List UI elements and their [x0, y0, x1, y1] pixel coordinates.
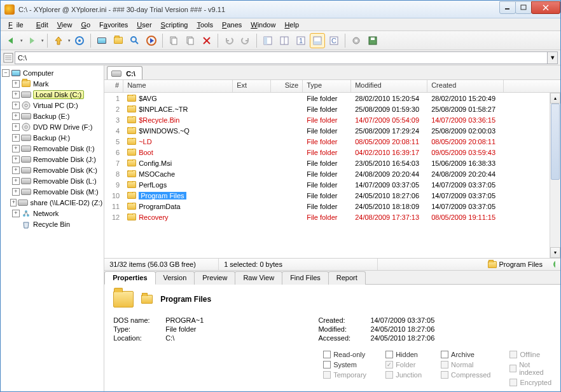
cut-button[interactable]	[183, 33, 198, 48]
list-row[interactable]: 6BootFile folder04/02/2010 16:39:1709/05…	[104, 147, 560, 158]
vertical-scrollbar[interactable]: ▴ ▾	[550, 93, 560, 258]
expand-icon[interactable]: +	[12, 145, 20, 152]
expand-icon[interactable]: +	[12, 123, 20, 131]
expand-icon[interactable]: +	[12, 166, 20, 174]
expand-icon[interactable]: −	[2, 69, 10, 77]
menu-help[interactable]: Help	[280, 20, 303, 29]
address-dropdown[interactable]: ▾	[547, 52, 557, 64]
scroll-up-icon[interactable]: ▴	[550, 93, 560, 104]
settings-button[interactable]	[349, 33, 364, 48]
expand-icon[interactable]: +	[12, 188, 20, 196]
panel3-button[interactable]: 1	[293, 33, 308, 48]
col-type[interactable]: Type	[303, 80, 351, 92]
list-row[interactable]: 8MSOCacheFile folder24/08/2009 20:20:442…	[104, 168, 560, 179]
tree-item[interactable]: +Mark	[2, 78, 102, 89]
list-row[interactable]: 4$WINDOWS.~QFile folder25/08/2009 17:29:…	[104, 125, 560, 136]
new-folder-button[interactable]	[111, 33, 126, 48]
menu-favorites[interactable]: Favorites	[95, 20, 132, 29]
list-row[interactable]: 3$Recycle.BinFile folder14/07/2009 05:54…	[104, 114, 560, 125]
tab-properties[interactable]: Properties	[104, 271, 155, 285]
panel4-button[interactable]	[310, 33, 325, 48]
col-mod[interactable]: Modified	[351, 80, 427, 92]
col-ext[interactable]: Ext	[233, 80, 271, 92]
expand-icon[interactable]: +	[12, 80, 20, 88]
tree-item[interactable]: +Removable Disk (K:)	[2, 165, 102, 175]
panel5-button[interactable]: C	[326, 33, 342, 48]
forward-button[interactable]	[24, 33, 39, 48]
list-row[interactable]: 11ProgramDataFile folder24/05/2010 18:18…	[104, 201, 560, 212]
col-num[interactable]: #	[104, 80, 123, 92]
tree-item[interactable]: Recycle Bin	[2, 219, 102, 229]
menu-window[interactable]: Window	[247, 20, 279, 29]
tree-item[interactable]: +Removable Disk (L:)	[2, 175, 102, 186]
tab-location[interactable]: C:\	[107, 66, 142, 79]
menu-user[interactable]: User	[133, 20, 155, 29]
address-type-icon[interactable]	[3, 53, 13, 63]
menu-panes[interactable]: Panes	[218, 20, 246, 29]
scroll-down-icon[interactable]: ▾	[550, 247, 560, 258]
tree-item[interactable]: +Removable Disk (J:)	[2, 154, 102, 165]
maximize-button[interactable]	[515, 1, 532, 14]
attr-hidden[interactable]: Hidden	[385, 351, 422, 358]
expand-icon[interactable]: +	[12, 177, 20, 185]
menu-edit[interactable]: Edit	[32, 20, 52, 29]
list-row[interactable]: 1$AVGFile folder28/02/2010 15:20:5428/02…	[104, 93, 560, 104]
copy-button[interactable]	[166, 33, 181, 48]
expand-icon[interactable]: +	[12, 156, 20, 163]
tree-item[interactable]: +Removable Disk (M:)	[2, 186, 102, 197]
tree-root-computer[interactable]: − Computer	[2, 67, 102, 78]
list-row[interactable]: 7Config.MsiFile folder23/05/2010 16:54:0…	[104, 158, 560, 168]
menu-view[interactable]: View	[53, 20, 76, 29]
up-dropdown[interactable]: ▾	[68, 38, 71, 43]
tab-preview[interactable]: Preview	[194, 271, 235, 285]
back-button[interactable]	[3, 33, 18, 48]
expand-icon[interactable]: +	[12, 91, 20, 98]
tree-item[interactable]: +Virtual PC (D:)	[2, 100, 102, 111]
search-button[interactable]	[127, 33, 142, 48]
expand-icon[interactable]: +	[10, 199, 17, 206]
panel1-button[interactable]	[260, 33, 275, 48]
tree-item[interactable]: +Backup (H:)	[2, 132, 102, 143]
go-button[interactable]	[144, 33, 159, 48]
panel2-button[interactable]	[277, 33, 292, 48]
target-button[interactable]	[72, 33, 87, 48]
tree-item[interactable]: +Network	[2, 208, 102, 219]
menu-file[interactable]: File	[4, 20, 31, 29]
tree-item[interactable]: +Local Disk (C:)	[2, 89, 102, 100]
col-size[interactable]: Size	[271, 80, 303, 92]
undo-button[interactable]	[221, 33, 237, 48]
view-button[interactable]	[94, 33, 109, 48]
expand-icon[interactable]: +	[12, 210, 20, 217]
list-row[interactable]: 12RecoveryFile folder24/08/2009 17:37:13…	[104, 212, 560, 222]
expand-icon[interactable]: +	[12, 102, 20, 109]
menu-go[interactable]: Go	[77, 20, 94, 29]
tab-rawview[interactable]: Raw View	[235, 271, 282, 285]
col-cre[interactable]: Created	[427, 80, 504, 92]
list-row[interactable]: 2$INPLACE.~TRFile folder25/08/2009 01:59…	[104, 104, 560, 114]
menu-scripting[interactable]: Scripting	[157, 20, 192, 29]
expand-icon[interactable]: +	[12, 112, 20, 120]
tree-item[interactable]: +DVD RW Drive (F:)	[2, 121, 102, 132]
tree-item[interactable]: +Backup (E:)	[2, 111, 102, 121]
list-row[interactable]: 5~LDFile folder08/05/2009 20:08:1108/05/…	[104, 136, 560, 147]
tab-findfiles[interactable]: Find Files	[282, 271, 329, 285]
back-dropdown[interactable]: ▾	[20, 38, 23, 43]
folder-tree[interactable]: − Computer +Mark+Local Disk (C:)+Virtual…	[1, 65, 104, 391]
close-button[interactable]	[531, 1, 560, 14]
attr-readonly[interactable]: Read-only	[323, 351, 366, 358]
up-button[interactable]	[51, 33, 66, 48]
fwd-dropdown[interactable]: ▾	[41, 38, 44, 43]
redo-button[interactable]	[238, 33, 253, 48]
expand-icon[interactable]: +	[12, 134, 20, 142]
list-row[interactable]: 9PerfLogsFile folder14/07/2009 03:37:051…	[104, 179, 560, 190]
attr-system[interactable]: System	[323, 361, 366, 368]
delete-button[interactable]	[199, 33, 214, 48]
menu-tools[interactable]: Tools	[193, 20, 217, 29]
minimize-button[interactable]	[499, 1, 516, 14]
col-name[interactable]: Name	[123, 80, 233, 92]
save-button[interactable]	[365, 33, 380, 48]
tree-item[interactable]: +Removable Disk (I:)	[2, 143, 102, 154]
tab-version[interactable]: Version	[155, 271, 195, 285]
tab-report[interactable]: Report	[328, 271, 366, 285]
attr-archive[interactable]: Archive	[441, 351, 490, 358]
